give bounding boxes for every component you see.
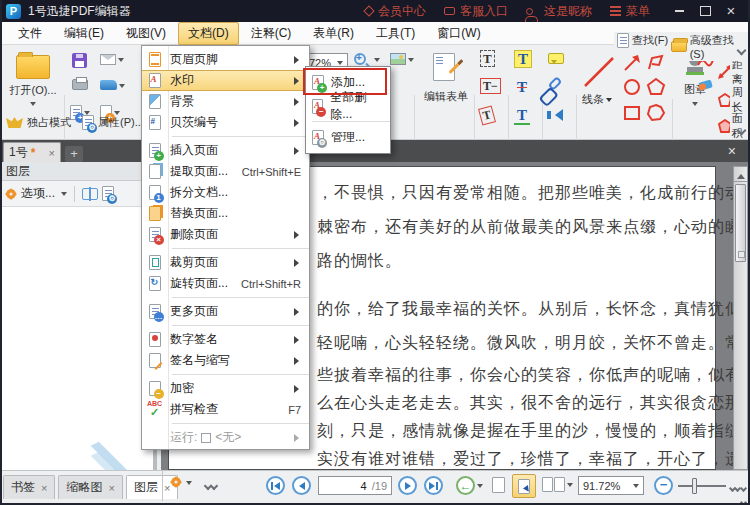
- menu-item-crop-pages[interactable]: 裁剪页面: [142, 252, 309, 273]
- snapshot-tool[interactable]: [390, 53, 414, 65]
- edit-form-button[interactable]: 编辑表单: [420, 53, 472, 104]
- sound-tool[interactable]: [549, 109, 563, 121]
- minimize-button[interactable]: [666, 2, 692, 20]
- layer-merge-button[interactable]: [82, 188, 98, 200]
- menu-item-more-pages[interactable]: … 更多页面: [142, 301, 309, 322]
- menu-view[interactable]: 视图(V): [116, 22, 176, 45]
- panel-tab-bookmarks[interactable]: 书签×: [3, 475, 55, 499]
- menu-item-background[interactable]: 背景: [142, 91, 309, 112]
- menu-form[interactable]: 表单(R): [303, 22, 364, 45]
- close-document-icon[interactable]: ×: [728, 143, 736, 159]
- exclusive-mode-button[interactable]: 独占模式: [6, 115, 71, 130]
- menu-comment[interactable]: 注释(C): [241, 22, 302, 45]
- menu-item-sign-initials[interactable]: 签名与缩写: [142, 350, 309, 371]
- menu-item-spell-check[interactable]: ABC✓ 拼写检查F7: [142, 399, 309, 420]
- previous-page-button[interactable]: [292, 476, 311, 495]
- email-button[interactable]: [100, 54, 124, 65]
- menu-file[interactable]: 文件: [8, 22, 52, 45]
- vertical-scrollbar[interactable]: [733, 166, 748, 470]
- close-button[interactable]: [718, 2, 744, 20]
- scan-button[interactable]: [100, 80, 125, 90]
- rotate-text-tool[interactable]: T: [480, 107, 494, 124]
- new-tab-button[interactable]: +: [65, 146, 83, 162]
- first-page-button[interactable]: [266, 476, 285, 495]
- header-footer-icon: [149, 52, 161, 67]
- document-tab[interactable]: 1号 * ×: [3, 142, 61, 162]
- polyline-tool[interactable]: [646, 53, 666, 76]
- previous-view-button[interactable]: ←: [456, 476, 483, 495]
- arrow-tool[interactable]: [622, 53, 642, 76]
- rectangle-tool[interactable]: [622, 103, 642, 126]
- zoom-level-combo[interactable]: 91.72%: [578, 476, 644, 495]
- menu-document[interactable]: 文档(D): [178, 22, 239, 45]
- line-tool[interactable]: 线条: [582, 55, 616, 107]
- print-button[interactable]: [72, 79, 88, 90]
- menu-tools[interactable]: 工具(T): [366, 22, 425, 45]
- note-comment-tool[interactable]: [548, 53, 564, 64]
- last-page-button[interactable]: [424, 476, 443, 495]
- menu-item-delete-pages[interactable]: × 删除页面: [142, 224, 309, 245]
- area-tool[interactable]: 面积: [718, 111, 750, 141]
- support-button[interactable]: 客服入口: [444, 3, 508, 20]
- zoom-slider-track[interactable]: [678, 485, 726, 487]
- open-dropdown-caret[interactable]: [30, 102, 36, 109]
- app-menu-button[interactable]: 菜单: [610, 3, 650, 20]
- remove-text-tool[interactable]: T−: [480, 79, 501, 94]
- advanced-find-button[interactable]: 高级查找(S): [668, 32, 750, 61]
- menu-item-rotate-pages[interactable]: ↻ 旋转页面...Ctrl+Shift+R: [142, 273, 309, 294]
- submenu-item-remove-all-watermarks[interactable]: A− 全部删除...: [306, 94, 390, 118]
- nickname-button[interactable]: 这是昵称: [526, 3, 592, 20]
- menu-item-digital-signature[interactable]: 数字签名: [142, 329, 309, 350]
- zoom-in-tool[interactable]: [354, 53, 380, 65]
- edit-text-tool[interactable]: T: [480, 51, 495, 67]
- two-page-view-button[interactable]: [542, 477, 573, 492]
- properties-button[interactable]: ⚙ 属性(P)...: [82, 115, 144, 130]
- delete-pages-icon: ×: [149, 227, 161, 242]
- statusbar-chevron-2[interactable]: [741, 480, 750, 505]
- highlight-text-tool[interactable]: T: [514, 51, 532, 68]
- menu-item-insert-pages[interactable]: + 插入页面: [142, 140, 309, 161]
- layers-empty-area[interactable]: [0, 207, 153, 467]
- scrollbar-thumb[interactable]: [735, 184, 746, 262]
- select-tool-button[interactable]: [512, 474, 536, 498]
- status-settings-button[interactable]: [170, 476, 192, 488]
- tab-close-icon[interactable]: ×: [49, 147, 55, 159]
- menu-item-split-document[interactable]: 1 拆分文档...: [142, 182, 309, 203]
- single-page-view-button[interactable]: [492, 477, 505, 493]
- panel-tab-thumbnails[interactable]: 缩略图×: [58, 475, 122, 499]
- app-logo-icon: P: [6, 4, 21, 19]
- status-gear-icon: [171, 477, 181, 487]
- save-button[interactable]: [72, 53, 87, 68]
- zoom-slider-handle[interactable]: [692, 478, 697, 494]
- statusbar-chevron-1[interactable]: [730, 480, 740, 494]
- eraser-tool[interactable]: [698, 77, 714, 91]
- layer-properties-button[interactable]: ⚙: [102, 186, 114, 201]
- menu-item-header-footer[interactable]: 页眉页脚: [142, 49, 309, 70]
- polygon-tool[interactable]: [646, 103, 666, 126]
- menu-item-replace-pages[interactable]: 替换页面...: [142, 203, 309, 224]
- circle-tool[interactable]: [622, 77, 642, 100]
- menu-window[interactable]: 窗口(W): [427, 22, 490, 45]
- layer-options-caret[interactable]: [61, 192, 67, 199]
- link-tool[interactable]: [551, 77, 559, 90]
- next-page-button[interactable]: [398, 476, 417, 495]
- menu-edit[interactable]: 编辑(E): [54, 22, 114, 45]
- maximize-button[interactable]: [692, 2, 718, 20]
- underline-text-tool[interactable]: T: [514, 107, 530, 124]
- menu-item-extract-pages[interactable]: 提取页面...Ctrl+Shift+E: [142, 161, 309, 182]
- scroll-up-button[interactable]: [734, 167, 747, 182]
- menu-item-encrypt[interactable]: − 加密: [142, 378, 309, 399]
- find-button[interactable]: 查找(F): [614, 32, 671, 49]
- distance-tool[interactable]: 距离: [718, 57, 750, 87]
- window-title: 1号迅捷PDF编辑器: [28, 3, 131, 20]
- strikethrough-text-tool[interactable]: T: [514, 79, 530, 96]
- open-button[interactable]: 打开(O)...: [8, 51, 58, 112]
- page-number-input[interactable]: 4/19: [318, 476, 392, 495]
- collapse-statusbar-button[interactable]: [205, 478, 217, 492]
- pentagon-tool[interactable]: [646, 77, 666, 100]
- submenu-item-manage-watermarks[interactable]: A⚙ 管理...: [306, 125, 390, 149]
- member-center-button[interactable]: 会员中心: [365, 3, 426, 20]
- layer-options-button[interactable]: 选项...: [21, 185, 55, 202]
- zoom-out-button[interactable]: −: [654, 476, 673, 495]
- menu-item-watermark[interactable]: A 水印: [142, 70, 309, 91]
